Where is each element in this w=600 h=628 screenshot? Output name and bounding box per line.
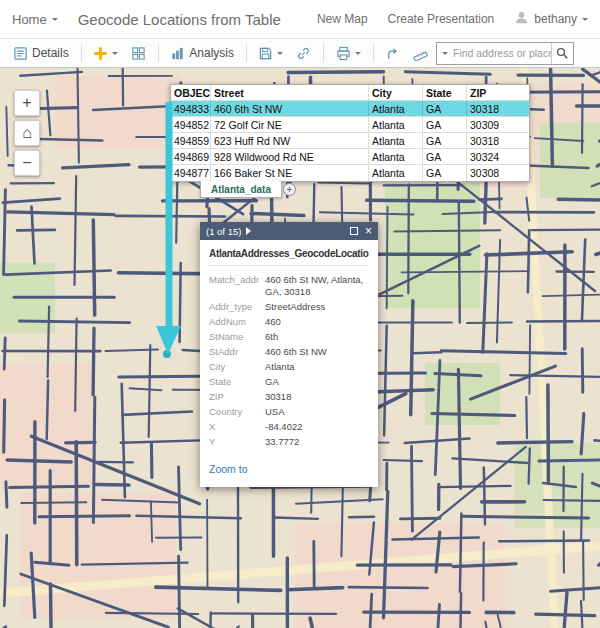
cell-zip: 30318 (467, 133, 529, 148)
cell-street: 166 Baker St NE (211, 165, 369, 181)
home-label: Home (12, 12, 47, 27)
chevron-down-icon (582, 18, 588, 21)
attribute-table: OBJECTID Street City State ZIP 494833 46… (170, 84, 530, 182)
popup-header: (1 of 15) × (200, 222, 378, 240)
close-icon[interactable]: × (365, 225, 372, 237)
save-button[interactable] (253, 43, 288, 64)
column-header[interactable]: State (423, 85, 467, 100)
directions-button[interactable] (380, 43, 405, 64)
field-label: ZIP (209, 391, 265, 403)
username-label: bethany (534, 12, 577, 26)
column-header[interactable]: Street (211, 85, 369, 100)
field-value: 460 6th St NW, Atlanta, GA, 30318 (265, 274, 369, 298)
basemap-button[interactable] (126, 43, 151, 64)
cell-zip: 30308 (467, 165, 529, 181)
add-layer-button[interactable] (88, 43, 123, 64)
cell-street: 623 Huff Rd NW (211, 133, 369, 148)
details-label: Details (32, 46, 69, 60)
cell-street: 460 6th St NW (211, 101, 369, 116)
next-feature-icon[interactable] (246, 227, 251, 235)
cell-objectid: 494833 (171, 101, 211, 116)
measure-button[interactable] (408, 43, 433, 64)
measure-icon (413, 46, 428, 61)
analysis-label: Analysis (189, 46, 234, 60)
table-row[interactable]: 494877 166 Baker St NE Atlanta GA 30308 (171, 165, 529, 181)
cell-zip: 30324 (467, 149, 529, 164)
table-header-row: OBJECTID Street City State ZIP (171, 85, 529, 101)
field-label: X (209, 421, 265, 433)
column-header[interactable]: ZIP (467, 85, 529, 100)
popup-field: X -84.4022 (209, 421, 369, 433)
field-label: Match_addr (209, 274, 265, 298)
field-value: -84.4022 (265, 421, 303, 433)
cell-objectid: 494877 (171, 165, 211, 181)
field-value: StreetAddress (265, 301, 325, 313)
field-value: 6th (265, 331, 278, 343)
popup-field: Y 33.7772 (209, 436, 369, 448)
share-link-button[interactable] (291, 43, 316, 64)
popup-body: AtlantaAddresses_GeocodeLocations Match_… (200, 240, 378, 487)
field-value: GA (265, 376, 279, 388)
table-tab-atlanta-data[interactable]: Atlanta_data (200, 181, 282, 198)
user-menu[interactable]: bethany (514, 10, 588, 28)
cell-city: Atlanta (369, 101, 423, 116)
field-value: 33.7772 (265, 436, 299, 448)
field-label: StName (209, 331, 265, 343)
popup-field: Match_addr 460 6th St NW, Atlanta, GA, 3… (209, 274, 369, 298)
popup-field: StAddr 460 6th St NW (209, 346, 369, 358)
cell-city: Atlanta (369, 133, 423, 148)
map-canvas[interactable]: + ⌂ − OBJECTID Street City State ZIP 494… (0, 68, 600, 628)
field-label: State (209, 376, 265, 388)
zoom-out-button[interactable]: − (14, 150, 40, 176)
table-row-selected[interactable]: 494833 460 6th St NW Atlanta GA 30318 (171, 101, 529, 117)
search-box (436, 42, 574, 65)
print-icon (336, 46, 351, 61)
table-row[interactable]: 494859 623 Huff Rd NW Atlanta GA 30318 (171, 133, 529, 149)
analysis-button[interactable]: Analysis (165, 43, 239, 64)
column-header[interactable]: City (369, 85, 423, 100)
details-button[interactable]: Details (8, 43, 74, 64)
field-value: 460 6th St NW (265, 346, 327, 358)
cell-street: 928 Wildwood Rd NE (211, 149, 369, 164)
expand-icon[interactable] (350, 227, 358, 235)
search-icon (556, 47, 569, 60)
chevron-down-icon (355, 52, 361, 55)
cell-objectid: 494859 (171, 133, 211, 148)
create-presentation-link[interactable]: Create Presentation (388, 12, 495, 26)
search-input[interactable] (453, 47, 551, 59)
zoom-controls: + ⌂ − (14, 90, 40, 176)
popup-title: AtlantaAddresses_GeocodeLocations (209, 248, 369, 266)
field-value: USA (265, 406, 285, 418)
zoom-in-button[interactable]: + (14, 90, 40, 116)
popup-field: City Atlanta (209, 361, 369, 373)
cell-city: Atlanta (369, 117, 423, 132)
chevron-down-icon (52, 18, 58, 21)
basemap-icon (131, 46, 146, 61)
table-row[interactable]: 494852 72 Golf Cir NE Atlanta GA 30309 (171, 117, 529, 133)
cell-state: GA (423, 117, 467, 132)
directions-icon (385, 46, 400, 61)
new-map-link[interactable]: New Map (317, 12, 368, 26)
save-icon (258, 46, 273, 61)
details-icon (13, 46, 28, 61)
field-label: StAddr (209, 346, 265, 358)
avatar-icon (514, 10, 529, 28)
home-menu[interactable]: Home (12, 12, 58, 27)
field-label: AddNum (209, 316, 265, 328)
home-extent-button[interactable]: ⌂ (14, 120, 40, 146)
field-label: Addr_type (209, 301, 265, 313)
column-header[interactable]: OBJECTID (171, 85, 211, 100)
zoom-to-link[interactable]: Zoom to (209, 463, 248, 475)
field-value: 30318 (265, 391, 291, 403)
cell-objectid: 494869 (171, 149, 211, 164)
cell-street: 72 Golf Cir NE (211, 117, 369, 132)
add-table-button[interactable]: + (283, 183, 296, 196)
search-submit-button[interactable] (551, 43, 573, 64)
print-button[interactable] (331, 43, 366, 64)
cell-state: GA (423, 133, 467, 148)
field-label: Y (209, 436, 265, 448)
table-row[interactable]: 494869 928 Wildwood Rd NE Atlanta GA 303… (171, 149, 529, 165)
cell-city: Atlanta (369, 165, 423, 181)
search-scope-dropdown[interactable] (437, 43, 453, 64)
field-label: City (209, 361, 265, 373)
